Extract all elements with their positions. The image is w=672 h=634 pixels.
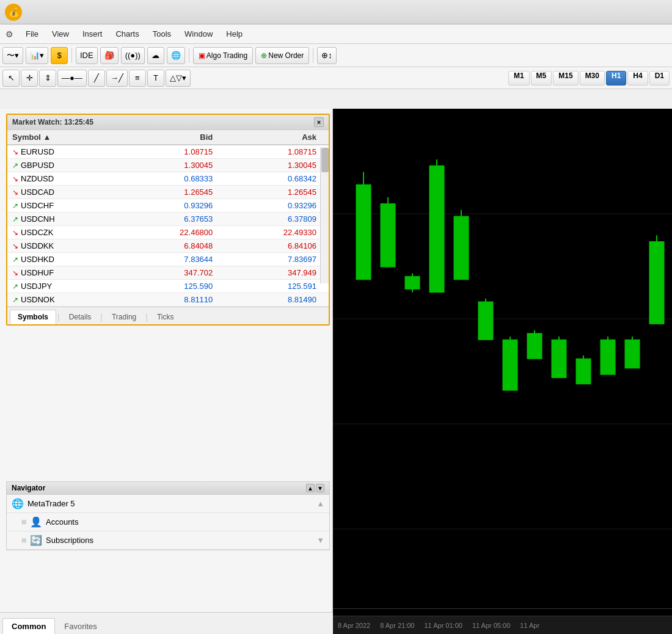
col-symbol: Symbol ▲ [7,130,123,145]
symbol-name: USDHUF [21,268,54,277]
market-watch-close[interactable]: × [314,117,324,127]
tf-m1[interactable]: M1 [508,71,530,86]
symbol-cell: ↘ USDHUF [7,266,123,280]
navigator-panel: Navigator ▲ ▼ 🌐 MetaTrader 5 ▲ ⊞ 👤 Accou… [6,481,330,550]
bid-cell: 22.46800 [123,226,217,239]
dollar-btn[interactable]: $ [51,47,68,64]
drawing-toolbar: ↖ ✛ ⇕ —●— ╱ →╱ ≡ T △▽▾ M1 M5 M15 M30 H1 … [0,67,672,89]
market-watch-row[interactable]: ↘ USDDKK 6.84048 6.84106 [7,239,329,253]
title-bar: 💰 [0,0,672,24]
market-watch-row[interactable]: ↘ USDHUF 347.702 347.949 [7,266,329,280]
ask-cell: 7.83697 [217,253,329,266]
ray-btn[interactable]: →╱ [106,70,128,87]
menu-charts[interactable]: Charts [109,27,145,41]
nav-metatrader-icon: 🌐 [12,498,24,509]
market-watch-row[interactable]: ↗ USDCNH 6.37653 6.37809 [7,213,329,226]
tab-details[interactable]: Details [61,310,100,324]
bid-cell: 1.26545 [123,186,217,199]
text-btn[interactable]: ≡ [129,70,146,87]
direction-icon: ↗ [12,202,18,210]
cloud-btn[interactable]: ☁ [147,47,164,64]
tf-d1[interactable]: D1 [649,71,670,86]
symbol-cell: ↗ USDCNH [7,213,123,226]
bid-cell: 7.83644 [123,253,217,266]
market-watch-scrollbar[interactable] [320,147,329,283]
main-content: Market Watch: 13:25:45 × Symbol ▲ Bid As… [0,109,672,634]
tf-h4[interactable]: H4 [627,71,648,86]
globe-btn[interactable]: 🌐 [167,47,185,64]
new-order-btn[interactable]: ⊕ New Order [255,47,309,64]
market-watch-row[interactable]: ↗ USDCHF 0.93296 0.93296 [7,199,329,213]
market-watch-row[interactable]: ↗ USDNOK 8.81110 8.81490 [7,293,329,307]
separator-2 [189,48,189,63]
bid-cell: 125.590 [123,280,217,293]
symbol-name: USDCZK [21,228,53,237]
tf-m5[interactable]: M5 [531,71,552,86]
market-watch-row[interactable]: ↗ USDJPY 125.590 125.591 [7,280,329,293]
chart-type-btn[interactable]: 📊▾ [26,47,48,64]
chart-area: 8 Apr 2022 8 Apr 21:00 11 Apr 01:00 11 A… [333,109,672,634]
menu-tools[interactable]: Tools [147,27,177,41]
crosshair2-btn[interactable]: ✛ [21,70,38,87]
symbol-cell: ↘ USDDKK [7,239,123,253]
scroll-thumb[interactable] [321,148,329,172]
menu-file[interactable]: File [20,27,45,41]
direction-icon: ↗ [12,255,18,264]
horizontal-line-btn[interactable]: —●— [57,70,87,87]
nav-item-metatrader[interactable]: 🌐 MetaTrader 5 ▲ [7,495,329,513]
vertical-line-btn[interactable]: ⇕ [39,70,56,87]
tab-ticks[interactable]: Ticks [149,310,182,324]
radio-btn[interactable]: ((●)) [121,47,145,64]
ask-cell: 0.93296 [217,199,329,213]
tab-symbols[interactable]: Symbols [10,310,56,324]
nav-tab-favorites[interactable]: Favorites [55,618,106,634]
nav-scroll-up[interactable]: ▲ [306,484,315,492]
ask-cell: 1.30045 [217,159,329,172]
bid-cell: 8.81110 [123,293,217,307]
symbol-name: USDCHF [21,201,54,210]
menu-help[interactable]: Help [220,27,249,41]
nav-accounts-expand: ⊞ [21,519,26,525]
menu-view[interactable]: View [46,27,75,41]
menu-insert[interactable]: Insert [76,27,109,41]
nav-scroll-down[interactable]: ▼ [316,484,324,492]
ask-cell: 1.08715 [217,145,329,159]
time-label-5: 11 Apr [520,622,539,629]
symbol-cell: ↘ NZDUSD [7,172,123,186]
symbol-cell: ↗ USDHKD [7,253,123,266]
shapes-btn[interactable]: △▽▾ [166,70,191,87]
tab-trading[interactable]: Trading [104,310,144,324]
menu-window[interactable]: Window [178,27,219,41]
bid-cell: 0.68333 [123,172,217,186]
market-watch-row[interactable]: ↗ GBPUSD 1.30045 1.30045 [7,159,329,172]
crosshair-btn[interactable]: ⊕↕ [317,47,337,64]
algo-trading-btn[interactable]: ▣ Algo Trading [193,47,253,64]
cursor-btn[interactable]: ↖ [2,70,20,87]
market-watch-row[interactable]: ↘ USDCZK 22.46800 22.49330 [7,226,329,239]
symbol-cell: ↗ USDJPY [7,280,123,293]
symbol-cell: ↗ USDCHF [7,199,123,213]
market-watch-row[interactable]: ↘ EURUSD 1.08715 1.08715 [7,145,329,159]
svg-rect-14 [454,216,469,280]
symbol-name: USDHKD [21,255,54,264]
trendline-btn[interactable]: ╱ [88,70,105,87]
nav-subs-scroll: ▼ [316,536,324,545]
nav-tab-common[interactable]: Common [2,618,55,634]
tf-m30[interactable]: M30 [580,71,605,86]
market-watch-row[interactable]: ↗ USDHKD 7.83644 7.83697 [7,253,329,266]
tf-m15[interactable]: M15 [553,71,578,86]
nav-item-subscriptions[interactable]: ⊞ 🔄 Subscriptions ▼ [7,531,329,550]
bag-btn[interactable]: 🎒 [100,47,119,64]
tf-h1[interactable]: H1 [606,71,626,86]
svg-rect-26 [601,340,615,374]
chart-line-btn[interactable]: 〜▾ [2,47,23,64]
nav-item-accounts[interactable]: ⊞ 👤 Accounts [7,513,329,531]
ide-btn[interactable]: IDE [76,47,98,64]
market-watch-header[interactable]: Market Watch: 13:25:45 × [7,115,329,130]
svg-rect-18 [503,340,517,390]
market-watch-row[interactable]: ↘ NZDUSD 0.68333 0.68342 [7,172,329,186]
textbox-btn[interactable]: T [147,70,164,87]
nav-subs-icon: 🔄 [30,534,42,546]
market-watch-row[interactable]: ↘ USDCAD 1.26545 1.26545 [7,186,329,199]
direction-icon: ↗ [12,161,18,170]
